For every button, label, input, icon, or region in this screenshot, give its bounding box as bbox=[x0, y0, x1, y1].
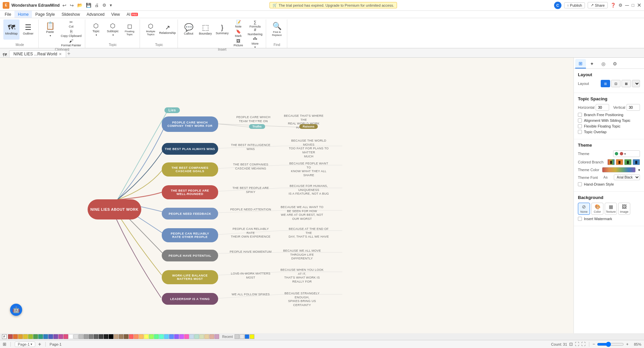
truths-badge[interactable]: Truths bbox=[249, 124, 265, 129]
color-swatch[interactable] bbox=[38, 334, 43, 339]
find-replace-button[interactable]: 🔍 Find &Replace bbox=[269, 19, 285, 40]
bg-image-btn[interactable]: 🖼 Image bbox=[618, 203, 630, 215]
color-swatch[interactable] bbox=[169, 334, 174, 339]
rp-tab-settings[interactable]: ⚙ bbox=[609, 59, 620, 68]
save-btn[interactable]: 💾 bbox=[85, 3, 92, 8]
more-insert-dropdown[interactable]: ▾ bbox=[254, 46, 256, 49]
color-swatch[interactable] bbox=[184, 334, 189, 339]
recent-swatch-4[interactable] bbox=[250, 334, 254, 339]
undo-btn[interactable]: ↩ bbox=[62, 3, 67, 8]
copy-button[interactable]: ⎘ Copy Clipboard bbox=[59, 29, 83, 38]
print-btn[interactable]: 🖨 bbox=[94, 3, 100, 8]
color-swatch[interactable] bbox=[94, 334, 98, 339]
color-swatch[interactable] bbox=[149, 334, 154, 339]
color-swatch[interactable] bbox=[8, 334, 13, 339]
color-swatch[interactable] bbox=[109, 334, 113, 339]
boundary-button[interactable]: ⬚ Boundary bbox=[197, 19, 213, 40]
maximize-btn[interactable]: □ bbox=[632, 3, 634, 8]
branch-node-3[interactable]: THE BEST COMPANIESCASCADE GOALS bbox=[162, 162, 218, 177]
cb-btn-2[interactable]: ▓ bbox=[616, 159, 623, 165]
mindmap-button[interactable]: 🗺 MindMap bbox=[3, 19, 19, 40]
topic-dropdown[interactable]: ▾ bbox=[96, 34, 97, 37]
color-swatch[interactable] bbox=[209, 334, 214, 339]
hand-drawn-checkbox[interactable] bbox=[578, 182, 582, 186]
customise-btn[interactable]: ▾ bbox=[109, 3, 113, 8]
close-btn[interactable]: ✕ bbox=[637, 2, 641, 8]
outliner-button[interactable]: ☰ Outliner bbox=[20, 19, 36, 40]
minimize-btn[interactable]: ─ bbox=[625, 2, 629, 8]
branch-node-1[interactable]: PEOPLE CARE WHICHCOMPANY THEY WORK FOR bbox=[162, 116, 218, 132]
color-swatch[interactable] bbox=[89, 334, 93, 339]
color-swatch[interactable] bbox=[174, 334, 179, 339]
trial-notice[interactable]: 🛒 The trial period has expired. Upgrade … bbox=[269, 2, 397, 8]
color-swatch[interactable] bbox=[48, 334, 53, 339]
theme-color-dropdown[interactable]: ▾ bbox=[638, 168, 640, 172]
open-btn[interactable]: 📂 bbox=[77, 3, 83, 8]
overlap-checkbox[interactable] bbox=[578, 130, 582, 134]
theme-select[interactable]: ▾ bbox=[613, 150, 640, 157]
color-swatch[interactable] bbox=[23, 334, 28, 339]
horizontal-input[interactable] bbox=[596, 104, 609, 111]
branch-node-4[interactable]: THE BEST PEOPLE AREWELL-ROUNDED bbox=[162, 185, 218, 199]
color-swatch[interactable] bbox=[134, 334, 139, 339]
color-swatch[interactable] bbox=[58, 334, 63, 339]
rp-tab-style[interactable]: ✦ bbox=[587, 59, 597, 68]
color-swatch[interactable] bbox=[179, 334, 184, 339]
layout-btn-1[interactable]: ⊞ bbox=[601, 80, 610, 87]
color-swatch[interactable] bbox=[129, 334, 134, 339]
menu-view[interactable]: View bbox=[108, 11, 123, 18]
color-swatch[interactable] bbox=[84, 334, 88, 339]
subtopic-button[interactable]: ⬡ Subtopic ▾ bbox=[105, 19, 121, 40]
share-button[interactable]: ↗ Share bbox=[588, 2, 607, 8]
layout-btn-2[interactable]: ⊡ bbox=[611, 80, 621, 87]
color-swatch[interactable] bbox=[114, 334, 118, 339]
subtopic-dropdown[interactable]: ▾ bbox=[112, 34, 114, 37]
rp-tab-location[interactable]: ◎ bbox=[598, 59, 609, 68]
branch-free-checkbox[interactable] bbox=[578, 113, 582, 117]
multiple-topics-button[interactable]: ⬡ MultipleTopics bbox=[143, 19, 159, 40]
color-swatch[interactable] bbox=[68, 334, 73, 339]
branch-node-2[interactable]: THE BEST PLAN ALWAYS WINS bbox=[162, 143, 218, 155]
color-swatch[interactable] bbox=[119, 334, 123, 339]
recent-swatch-2[interactable] bbox=[240, 334, 244, 339]
layout-btn-3[interactable]: ⊠ bbox=[622, 80, 631, 87]
zoom-out-btn[interactable]: − bbox=[593, 342, 595, 347]
zoom-slider[interactable] bbox=[597, 342, 624, 347]
fit-icon[interactable]: ⛶ bbox=[575, 342, 579, 347]
color-swatch[interactable] bbox=[164, 334, 169, 339]
color-swatch[interactable] bbox=[154, 334, 159, 339]
color-swatch[interactable] bbox=[199, 334, 204, 339]
cut-button[interactable]: ✂ Cut bbox=[59, 19, 83, 28]
assistant-button[interactable]: 🤖 bbox=[10, 304, 22, 316]
theme-font-select[interactable]: Arial Black bbox=[614, 175, 640, 180]
bg-texture-btn[interactable]: ▦ Texture bbox=[605, 203, 617, 215]
formula-button[interactable]: ∑ Formula bbox=[246, 19, 264, 28]
branch-node-8[interactable]: WORK-LIFE BALANCEMATTERS MOST bbox=[162, 270, 218, 284]
grid-view-icon[interactable]: ⊞ bbox=[3, 342, 6, 347]
callout-button[interactable]: 💬 Callout bbox=[181, 19, 197, 40]
expand-icon[interactable]: ⊡ bbox=[569, 342, 573, 347]
more-btn[interactable]: ⚙ bbox=[102, 3, 107, 8]
branch-node-9[interactable]: LEADERSHIP IS A THING bbox=[162, 293, 218, 305]
format-painter-button[interactable]: 🖌 Format Painter bbox=[59, 38, 83, 47]
paste-dropdown[interactable]: ▾ bbox=[50, 34, 51, 37]
color-swatch[interactable] bbox=[214, 334, 219, 339]
color-swatch[interactable] bbox=[104, 334, 108, 339]
cb-btn-4[interactable]: ▓ bbox=[633, 159, 640, 165]
lies-badge[interactable]: Lies bbox=[164, 107, 180, 113]
zoom-in-btn[interactable]: + bbox=[626, 342, 629, 347]
menu-ai[interactable]: AI Hot bbox=[123, 11, 141, 18]
central-node[interactable]: NINE LIES ABOUT WORK bbox=[88, 199, 141, 219]
page-tab[interactable]: Page-1 ▾ bbox=[15, 342, 35, 347]
color-swatch[interactable] bbox=[159, 334, 164, 339]
color-swatch[interactable] bbox=[79, 334, 83, 339]
recent-swatch-1[interactable] bbox=[235, 334, 239, 339]
branch-node-6[interactable]: PEOPLE CAN RELIABLYRATE OTHER PEOPLE bbox=[162, 228, 218, 242]
color-swatch[interactable] bbox=[13, 334, 18, 339]
summary-button[interactable]: } Summary bbox=[214, 19, 230, 40]
fullscreen-icon[interactable]: ⛶ bbox=[581, 342, 586, 347]
color-swatch[interactable] bbox=[53, 334, 58, 339]
redo-btn[interactable]: ↪ bbox=[69, 3, 75, 8]
tab-close-btn[interactable]: ✕ bbox=[59, 52, 62, 56]
color-swatch[interactable] bbox=[194, 334, 199, 339]
